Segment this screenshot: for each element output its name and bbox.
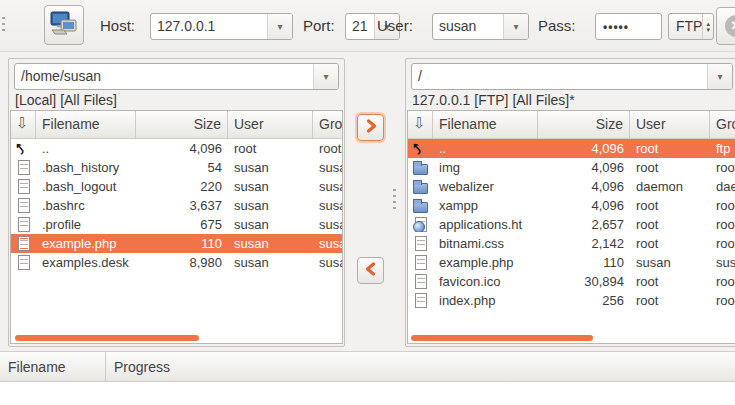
file-row[interactable]: favicon.ico 30,894 root root <box>408 272 735 291</box>
file-group-cell: root <box>710 274 735 289</box>
sort-direction-icon[interactable]: ⇩ <box>408 111 433 138</box>
file-group-cell: root <box>710 293 735 308</box>
file-name-cell[interactable]: .bash_history <box>36 160 136 175</box>
local-file-list: ⇩ Filename Size User Group .. 4,096 root… <box>10 110 343 344</box>
column-header-size[interactable]: Size <box>538 111 630 138</box>
file-name-cell[interactable]: favicon.ico <box>433 274 538 289</box>
file-name-cell[interactable]: img <box>433 160 538 175</box>
local-pane: /home/susan ▾ [Local] [All Files] ⇩ File… <box>8 58 345 347</box>
file-user-cell: root <box>630 274 710 289</box>
user-value[interactable]: susan <box>433 14 503 39</box>
file-row[interactable]: bitnami.css 2,142 root root <box>408 234 735 253</box>
column-header-group[interactable]: Group <box>313 111 342 138</box>
file-name-cell[interactable]: .. <box>36 141 136 156</box>
file-name-cell[interactable]: .bash_logout <box>36 179 136 194</box>
port-label: Port: <box>303 17 335 34</box>
column-header-user[interactable]: User <box>228 111 313 138</box>
file-row[interactable]: .bash_history 54 susan susan <box>11 158 342 177</box>
vertical-splitter-handle[interactable] <box>393 189 396 209</box>
file-group-cell: daemon <box>710 179 735 194</box>
file-row[interactable]: index.php 256 root root <box>408 291 735 310</box>
protocol-spinner[interactable]: FTP ▴ ▾ <box>668 13 714 40</box>
text-file-icon <box>18 160 30 175</box>
file-name-cell[interactable]: xampp <box>433 198 538 213</box>
file-size-cell: 4,096 <box>538 179 630 194</box>
file-size-cell: 30,894 <box>538 274 630 289</box>
text-file-icon <box>18 255 30 270</box>
file-row[interactable]: img 4,096 root root <box>408 158 735 177</box>
local-path-combo[interactable]: /home/susan ▾ <box>14 63 339 90</box>
file-user-cell: susan <box>228 198 313 213</box>
file-name-cell[interactable]: .profile <box>36 217 136 232</box>
remote-pane: / ▾ 127.0.0.1 [FTP] [All Files]* ⇩ Filen… <box>405 58 735 347</box>
column-header-group[interactable]: Group <box>710 111 735 138</box>
column-header-user[interactable]: User <box>630 111 710 138</box>
local-path-dropdown-arrow-icon[interactable]: ▾ <box>313 64 338 89</box>
file-user-cell: root <box>630 217 710 232</box>
remote-path-dropdown-arrow-icon[interactable]: ▾ <box>707 64 732 89</box>
sort-direction-icon[interactable]: ⇩ <box>11 111 36 138</box>
file-size-cell: 675 <box>136 217 228 232</box>
file-row[interactable]: .. 4,096 root root <box>11 139 342 158</box>
pass-field[interactable]: ••••• <box>595 13 662 40</box>
toolbar-drag-handle[interactable] <box>2 17 5 35</box>
file-row[interactable]: xampp 4,096 root root <box>408 196 735 215</box>
file-name-cell[interactable]: .. <box>433 141 538 156</box>
host-field[interactable]: 127.0.0.1 ▾ <box>150 13 293 40</box>
file-name-cell[interactable]: webalizer <box>433 179 538 194</box>
file-row[interactable]: .. 4,096 root ftp <box>408 139 735 158</box>
file-row[interactable]: example.php 110 susan susan <box>11 234 342 253</box>
queue-column-filename[interactable]: Filename <box>0 352 106 381</box>
column-header-filename[interactable]: Filename <box>36 111 136 138</box>
user-field[interactable]: susan ▾ <box>432 13 529 40</box>
file-user-cell: root <box>630 160 710 175</box>
file-row[interactable]: example.php 110 susan susan <box>408 253 735 272</box>
file-user-cell: susan <box>630 255 710 270</box>
remote-path-value[interactable]: / <box>412 64 707 89</box>
transfer-to-remote-button[interactable] <box>357 114 384 141</box>
file-name-cell[interactable]: applications.ht <box>433 217 538 232</box>
column-header-size[interactable]: Size <box>136 111 228 138</box>
host-dropdown-arrow-icon[interactable]: ▾ <box>267 14 292 39</box>
file-group-cell: root <box>710 236 735 251</box>
file-row[interactable]: .profile 675 susan susan <box>11 215 342 234</box>
stop-button[interactable]: ✕ <box>716 7 735 45</box>
queue-column-progress[interactable]: Progress <box>106 352 735 381</box>
file-user-cell: root <box>630 141 710 156</box>
file-user-cell: root <box>630 293 710 308</box>
file-row[interactable]: examples.desk 8,980 susan susan <box>11 253 342 272</box>
file-name-cell[interactable]: index.php <box>433 293 538 308</box>
file-name-cell[interactable]: example.php <box>433 255 538 270</box>
connect-button[interactable] <box>44 5 84 45</box>
column-header-filename[interactable]: Filename <box>433 111 538 138</box>
file-group-cell: susan <box>313 160 342 175</box>
folder-icon <box>413 164 428 175</box>
file-row[interactable]: applications.ht 2,657 root root <box>408 215 735 234</box>
remote-path-combo[interactable]: / ▾ <box>411 63 733 90</box>
file-name-cell[interactable]: .bashrc <box>36 198 136 213</box>
file-name-cell[interactable]: examples.desk <box>36 255 136 270</box>
file-name-cell[interactable]: bitnami.css <box>433 236 538 251</box>
user-label: User: <box>377 17 413 34</box>
user-dropdown-arrow-icon[interactable]: ▾ <box>503 14 528 39</box>
computer-connect-icon <box>48 8 80 43</box>
file-row[interactable]: .bashrc 3,637 susan susan <box>11 196 342 215</box>
file-group-cell: susan <box>313 236 342 251</box>
file-user-cell: susan <box>228 236 313 251</box>
local-file-rows: .. 4,096 root root .bash_history 54 susa… <box>11 139 342 272</box>
transfer-to-local-button[interactable] <box>357 257 384 284</box>
port-value[interactable]: 21 <box>346 14 374 39</box>
spin-down-icon[interactable]: ▾ <box>706 27 710 33</box>
local-horizontal-scrollbar[interactable] <box>15 335 199 341</box>
file-user-cell: root <box>630 236 710 251</box>
host-value[interactable]: 127.0.0.1 <box>151 14 267 39</box>
file-user-cell: root <box>630 198 710 213</box>
file-row[interactable]: webalizer 4,096 daemon daemon <box>408 177 735 196</box>
remote-horizontal-scrollbar[interactable] <box>411 335 593 341</box>
protocol-spin-arrows-icon[interactable]: ▴ ▾ <box>702 14 713 39</box>
up-arrow-icon <box>414 141 428 157</box>
file-row[interactable]: .bash_logout 220 susan susan <box>11 177 342 196</box>
file-name-cell[interactable]: example.php <box>36 236 136 251</box>
local-path-value[interactable]: /home/susan <box>15 64 313 89</box>
protocol-value[interactable]: FTP <box>669 14 702 39</box>
